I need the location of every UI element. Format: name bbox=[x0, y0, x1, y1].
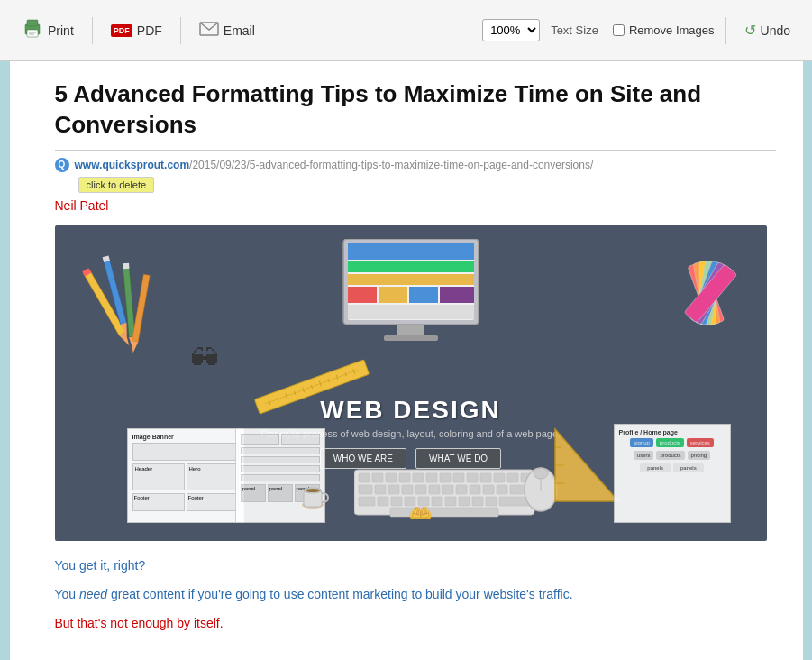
svg-rect-61 bbox=[388, 485, 399, 494]
svg-rect-67 bbox=[470, 485, 480, 494]
svg-rect-72 bbox=[378, 497, 388, 506]
color-swatches bbox=[668, 243, 749, 355]
para3-text: But that's not enough by itself. bbox=[55, 616, 224, 630]
svg-rect-63 bbox=[415, 485, 426, 494]
paragraph-2: You need great content if you're going t… bbox=[55, 584, 776, 604]
svg-line-21 bbox=[294, 391, 295, 395]
svg-rect-44 bbox=[384, 335, 438, 341]
svg-rect-36 bbox=[348, 261, 474, 272]
svg-rect-78 bbox=[459, 497, 470, 506]
svg-rect-49 bbox=[399, 473, 410, 482]
svg-rect-54 bbox=[467, 473, 478, 482]
svg-rect-37 bbox=[348, 274, 474, 285]
svg-rect-68 bbox=[483, 485, 494, 494]
monitor-decoration bbox=[339, 239, 483, 351]
svg-rect-56 bbox=[494, 473, 505, 482]
article-title: 5 Advanced Formatting Tips to Maximize T… bbox=[55, 79, 776, 141]
svg-rect-50 bbox=[413, 473, 424, 482]
email-button[interactable]: Email bbox=[192, 18, 262, 42]
svg-rect-57 bbox=[507, 473, 518, 482]
url-icon: Q bbox=[55, 158, 69, 172]
svg-line-25 bbox=[328, 379, 329, 382]
svg-line-18 bbox=[268, 399, 269, 405]
svg-line-19 bbox=[277, 397, 278, 400]
svg-text:🤲: 🤲 bbox=[408, 503, 433, 519]
undo-icon: ↺ bbox=[744, 22, 756, 39]
svg-rect-43 bbox=[397, 325, 424, 335]
svg-rect-66 bbox=[456, 485, 467, 494]
zoom-select[interactable]: 100% 50% 75% 125% 150% bbox=[482, 19, 540, 41]
svg-rect-15 bbox=[132, 274, 150, 342]
svg-line-24 bbox=[319, 380, 321, 386]
toolbar: Print PDF PDF Email 100% 50% 75% 125% 15… bbox=[0, 0, 812, 61]
divider-1 bbox=[92, 17, 93, 44]
para2-post: great content if you're going to use con… bbox=[107, 587, 572, 601]
svg-rect-41 bbox=[440, 287, 474, 303]
pdf-button[interactable]: PDF PDF bbox=[104, 20, 169, 41]
print-button[interactable]: Print bbox=[14, 15, 81, 45]
para1-text: You get it, right? bbox=[55, 558, 146, 573]
print-icon bbox=[22, 19, 43, 41]
para2-pre: You bbox=[55, 587, 80, 601]
divider-3 bbox=[725, 17, 726, 44]
paragraph-3: But that's not enough by itself. bbox=[55, 613, 776, 633]
svg-rect-47 bbox=[372, 473, 383, 482]
svg-line-20 bbox=[285, 393, 287, 399]
remove-images-wrap: Remove Images bbox=[613, 23, 715, 37]
glasses-decoration: 🕶 bbox=[190, 343, 219, 376]
keyboard-decoration: 🤲 bbox=[354, 461, 543, 523]
para2-italic: need bbox=[79, 587, 107, 601]
svg-rect-69 bbox=[497, 485, 507, 494]
url-row: Q www.quicksprout.com/2015/09/23/5-advan… bbox=[55, 158, 776, 172]
svg-rect-2 bbox=[27, 30, 38, 37]
svg-rect-55 bbox=[480, 473, 491, 482]
svg-rect-14 bbox=[122, 262, 128, 269]
svg-rect-46 bbox=[359, 473, 370, 482]
svg-rect-65 bbox=[442, 485, 453, 494]
svg-rect-35 bbox=[348, 243, 474, 260]
svg-point-32 bbox=[306, 489, 320, 492]
svg-rect-48 bbox=[386, 473, 397, 482]
svg-rect-39 bbox=[379, 287, 407, 303]
svg-rect-59 bbox=[359, 485, 372, 494]
svg-line-27 bbox=[344, 372, 345, 376]
content-area: 5 Advanced Formatting Tips to Maximize T… bbox=[10, 61, 803, 660]
article-image: 🕶 Image Banner Header bbox=[55, 225, 767, 541]
paragraph-1: You get it, right? bbox=[55, 555, 776, 575]
svg-rect-82 bbox=[390, 508, 498, 517]
svg-rect-71 bbox=[359, 497, 375, 506]
undo-button[interactable]: ↺ Undo bbox=[737, 18, 798, 42]
wd-title: WEB DESIGN bbox=[320, 396, 500, 425]
article-divider bbox=[55, 150, 776, 151]
svg-rect-73 bbox=[391, 497, 402, 506]
svg-rect-52 bbox=[440, 473, 451, 482]
svg-line-28 bbox=[352, 369, 354, 374]
divider-2 bbox=[180, 17, 181, 44]
text-size-label: Text Size bbox=[551, 23, 598, 37]
url-path: /2015/09/23/5-advanced-formatting-tips-t… bbox=[189, 159, 593, 171]
svg-line-22 bbox=[302, 387, 304, 392]
svg-rect-76 bbox=[432, 497, 442, 506]
pencils-decoration bbox=[64, 243, 172, 388]
coffee-cup bbox=[298, 478, 330, 509]
flowchart-decoration: Profile / Home page signup products serv… bbox=[614, 424, 731, 523]
svg-marker-94 bbox=[555, 429, 618, 501]
remove-images-label[interactable]: Remove Images bbox=[629, 23, 715, 37]
remove-images-checkbox[interactable] bbox=[613, 24, 625, 36]
svg-rect-77 bbox=[445, 497, 456, 506]
svg-rect-79 bbox=[472, 497, 483, 506]
triangle-ruler bbox=[551, 420, 623, 514]
url-text: www.quicksprout.com/2015/09/23/5-advance… bbox=[75, 159, 594, 171]
svg-rect-1 bbox=[27, 20, 38, 26]
svg-rect-53 bbox=[453, 473, 464, 482]
print-label: Print bbox=[48, 23, 74, 38]
pdf-icon: PDF bbox=[111, 24, 132, 37]
svg-rect-51 bbox=[426, 473, 437, 482]
delete-url-button[interactable]: click to delete bbox=[78, 177, 155, 193]
svg-rect-60 bbox=[375, 485, 386, 494]
svg-point-86 bbox=[534, 468, 548, 479]
pdf-label: PDF bbox=[137, 23, 162, 38]
email-icon bbox=[199, 22, 219, 39]
svg-line-23 bbox=[311, 385, 312, 389]
svg-rect-64 bbox=[429, 485, 440, 494]
